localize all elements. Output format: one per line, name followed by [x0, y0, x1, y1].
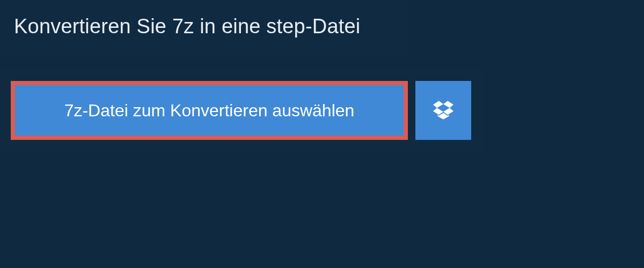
svg-marker-3: [443, 108, 453, 115]
svg-marker-2: [433, 108, 443, 115]
action-panel: 7z-Datei zum Konvertieren auswählen: [0, 69, 482, 152]
select-file-button[interactable]: 7z-Datei zum Konvertieren auswählen: [11, 81, 408, 140]
svg-marker-0: [433, 101, 443, 108]
dropbox-icon: [433, 101, 453, 120]
select-file-label: 7z-Datei zum Konvertieren auswählen: [64, 100, 355, 121]
dropbox-button[interactable]: [415, 81, 471, 140]
page-title: Konvertieren Sie 7z in eine step-Datei: [14, 15, 394, 38]
svg-marker-1: [443, 101, 453, 108]
header-bar: Konvertieren Sie 7z in eine step-Datei: [0, 0, 408, 55]
